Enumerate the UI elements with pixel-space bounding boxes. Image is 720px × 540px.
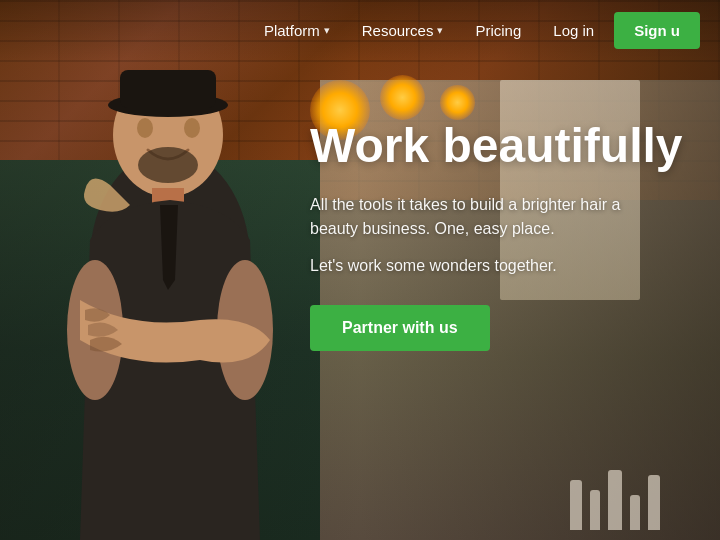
nav-items: Platform ▾ Resources ▾ Pricing Log in Si… bbox=[252, 12, 700, 49]
bottle-4 bbox=[630, 495, 640, 530]
hero-tagline: Let's work some wonders together. bbox=[310, 257, 700, 275]
hero-content: Work beautifully All the tools it takes … bbox=[310, 120, 700, 351]
resources-chevron-icon: ▾ bbox=[437, 24, 443, 37]
subtitle-line2: beauty business. One, easy place. bbox=[310, 220, 555, 237]
person-silhouette bbox=[30, 40, 310, 540]
hero-subtitle: All the tools it takes to build a bright… bbox=[310, 193, 700, 241]
login-label: Log in bbox=[553, 22, 594, 39]
signup-label: Sign u bbox=[634, 22, 680, 39]
bottle-5 bbox=[648, 475, 660, 530]
navbar: Platform ▾ Resources ▾ Pricing Log in Si… bbox=[0, 0, 720, 60]
hero-section: Platform ▾ Resources ▾ Pricing Log in Si… bbox=[0, 0, 720, 540]
salon-bottles bbox=[570, 470, 660, 530]
pendant-light-2 bbox=[380, 75, 425, 120]
svg-rect-3 bbox=[120, 70, 216, 108]
pendant-light-3 bbox=[440, 85, 475, 120]
nav-pricing[interactable]: Pricing bbox=[463, 14, 533, 47]
bottle-3 bbox=[608, 470, 622, 530]
subtitle-line1: All the tools it takes to build a bright… bbox=[310, 196, 620, 213]
svg-point-4 bbox=[137, 118, 153, 138]
partner-with-us-button[interactable]: Partner with us bbox=[310, 305, 490, 351]
resources-label: Resources bbox=[362, 22, 434, 39]
bottle-2 bbox=[590, 490, 600, 530]
nav-signup-button[interactable]: Sign u bbox=[614, 12, 700, 49]
nav-platform[interactable]: Platform ▾ bbox=[252, 14, 342, 47]
pricing-label: Pricing bbox=[475, 22, 521, 39]
platform-chevron-icon: ▾ bbox=[324, 24, 330, 37]
svg-point-5 bbox=[184, 118, 200, 138]
platform-label: Platform bbox=[264, 22, 320, 39]
svg-point-6 bbox=[138, 147, 198, 183]
bottle-1 bbox=[570, 480, 582, 530]
hero-title: Work beautifully bbox=[310, 120, 700, 173]
nav-resources[interactable]: Resources ▾ bbox=[350, 14, 456, 47]
nav-login[interactable]: Log in bbox=[541, 14, 606, 47]
